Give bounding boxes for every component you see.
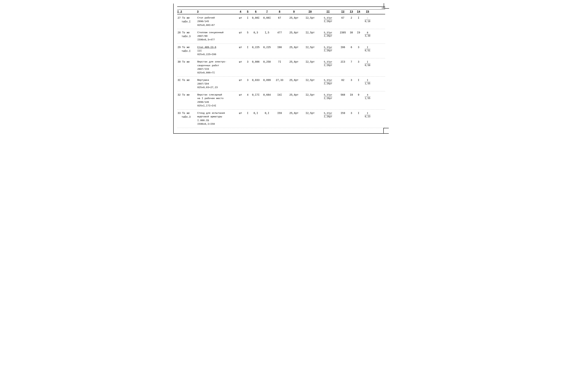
cell-col15: –0,18 bbox=[362, 16, 373, 23]
cell-col7: 0,684 bbox=[261, 93, 273, 97]
cell-description: Вертушка2807/I04825х0,03=27,23 bbox=[197, 78, 236, 89]
cell-num-label: 27 То жетабл.I bbox=[177, 16, 197, 24]
col-header-1-2: I 2 bbox=[177, 10, 197, 13]
cell-col7: 0,I bbox=[261, 112, 273, 115]
cell-col6: 0,I bbox=[251, 112, 261, 115]
col-header-11: II bbox=[318, 10, 338, 13]
cell-col7: I,5 bbox=[261, 31, 273, 35]
cell-col10: I2,5рт bbox=[302, 112, 318, 115]
col-header-12: I2 bbox=[338, 10, 348, 13]
cell-col7: 0,08I bbox=[261, 16, 273, 20]
cell-qty: I bbox=[245, 16, 251, 20]
cell-col11: 5,37рт2,26рт bbox=[318, 93, 338, 100]
cell-col11: 5,37рт2,26рт bbox=[318, 31, 338, 37]
cell-num-label: 30 То же bbox=[177, 60, 197, 64]
cell-col13: 7 bbox=[348, 60, 355, 64]
col-header-6: 6 bbox=[251, 10, 261, 13]
cell-col6: 0,08I bbox=[251, 16, 261, 20]
cell-unit: шт bbox=[236, 31, 245, 35]
col-header-4: 4 bbox=[236, 10, 245, 13]
cell-qty: 3 bbox=[245, 78, 251, 82]
cell-col10: I2,5рт bbox=[302, 60, 318, 64]
cell-col8: I4I bbox=[273, 93, 286, 97]
cell-col9: 25,6рт bbox=[286, 112, 302, 115]
cell-description: Верстак слесарныйна I рабочее место2990/… bbox=[197, 93, 236, 108]
page-container: I 2 3 4 5 6 7 8 9 I0 II I2 I3 I4 I5 27 Т… bbox=[173, 4, 389, 134]
cell-unit: шт bbox=[236, 112, 245, 115]
cell-col11: 5,37рт2,26рт bbox=[318, 78, 338, 85]
cell-col10: I2,5рт bbox=[302, 78, 318, 82]
column-headers: I 2 3 4 5 6 7 8 9 I0 II I2 I3 I4 I5 bbox=[177, 10, 385, 14]
cell-qty: 3 bbox=[245, 60, 251, 64]
cell-col11: 5,37рт2,26рт bbox=[318, 45, 338, 52]
cell-col10: I2,5рт bbox=[302, 16, 318, 20]
cell-unit: шт bbox=[236, 60, 245, 64]
cell-col8: 7I bbox=[273, 60, 286, 64]
cell-col15: I0,58 bbox=[362, 60, 373, 67]
col-header-9: 9 bbox=[286, 10, 302, 13]
cell-col14: I bbox=[355, 78, 362, 82]
cell-col12: 82 bbox=[338, 78, 348, 82]
cell-col8: 477 bbox=[273, 31, 286, 35]
cell-col14: 3 bbox=[355, 60, 362, 64]
cell-col6: 0,086 bbox=[251, 60, 261, 64]
cell-num-label: 3I То же bbox=[177, 78, 197, 82]
col-header-7: 7 bbox=[261, 10, 273, 13]
cell-qty: I bbox=[245, 112, 251, 115]
cell-col7: 0,099 bbox=[261, 78, 273, 82]
cell-col14: I bbox=[355, 112, 362, 115]
cell-col12: 2385 bbox=[338, 31, 348, 35]
cell-col14: 3 bbox=[355, 45, 362, 49]
col-header-5: 5 bbox=[245, 10, 251, 13]
cell-description: Стол рабочий2990/145825х0,08I=67 bbox=[197, 16, 236, 27]
cell-col12: I59 bbox=[338, 112, 348, 115]
cell-col12: 568 bbox=[338, 93, 348, 97]
cell-num-label: 33 То жетабл.3 bbox=[177, 112, 197, 119]
cell-col8: I59 bbox=[273, 112, 286, 115]
cell-col9: 25,6рт bbox=[286, 78, 302, 82]
cell-col10: I2,5рт bbox=[302, 93, 318, 97]
cell-col10: I2,5рт bbox=[302, 45, 318, 49]
cell-col15: 41,55 bbox=[362, 93, 373, 100]
cell-col9: 25,6рт bbox=[286, 16, 302, 20]
cell-col8: I86 bbox=[273, 45, 286, 49]
cell-col9: 25,6рт bbox=[286, 45, 302, 49]
cell-col13: 38 bbox=[348, 31, 355, 35]
table-row: 3I То жеВертушка2807/I04825х0,03=27,23шт… bbox=[177, 77, 385, 91]
cell-col11: 5,37рт2,26рт bbox=[318, 60, 338, 67]
cell-col9: 25,6рт bbox=[286, 60, 302, 64]
cell-description: Стеллаж секционный2807/89I590х0,3=477 bbox=[197, 31, 236, 42]
cell-col6: 0,225 bbox=[251, 45, 261, 49]
cell-col14: I9 bbox=[355, 31, 362, 35]
cell-description: Стенд для испытаниямуфтовой арматурыI.00… bbox=[197, 112, 236, 126]
cell-num-label: 29 То жетабл.I bbox=[177, 45, 197, 53]
cell-col7: 0,258 bbox=[261, 60, 273, 64]
cell-col13: I8 bbox=[348, 93, 355, 97]
cell-col14: 9 bbox=[355, 93, 362, 97]
top-right-corner-decoration bbox=[384, 3, 389, 9]
cell-qty: 4 bbox=[245, 93, 251, 97]
col-header-10: I0 bbox=[302, 10, 318, 13]
cell-col10: I2,5рт bbox=[302, 31, 318, 35]
cell-col15: 83,39 bbox=[362, 31, 373, 37]
cell-col15: I0,23 bbox=[362, 112, 373, 118]
col-header-3: 3 bbox=[197, 10, 236, 13]
cell-col12: I86 bbox=[338, 45, 348, 49]
cell-col7: 0,225 bbox=[261, 45, 273, 49]
cell-col9: 25,6рт bbox=[286, 93, 302, 97]
header-row bbox=[177, 6, 385, 10]
cell-description: Верстак для электро-сварочных работ2807/… bbox=[197, 60, 236, 75]
cell-col13: 3 bbox=[348, 112, 355, 115]
cell-col12: 2I3 bbox=[338, 60, 348, 64]
cell-unit: шт bbox=[236, 78, 245, 82]
cell-num-label: 32 То же bbox=[177, 93, 197, 97]
table-row: 29 То жетабл.IСтол 409-I3-6I2I825х0,225=… bbox=[177, 44, 385, 58]
cell-col14: I bbox=[355, 16, 362, 20]
cell-col13: 6 bbox=[348, 45, 355, 49]
cell-col8: 67 bbox=[273, 16, 286, 20]
cell-unit: шт bbox=[236, 16, 245, 20]
table-row: 32 То жеВерстак слесарныйна I рабочее ме… bbox=[177, 91, 385, 110]
bottom-right-corner-decoration bbox=[383, 128, 389, 133]
cell-col6: 0,033 bbox=[251, 78, 261, 82]
cell-qty: I bbox=[245, 45, 251, 49]
